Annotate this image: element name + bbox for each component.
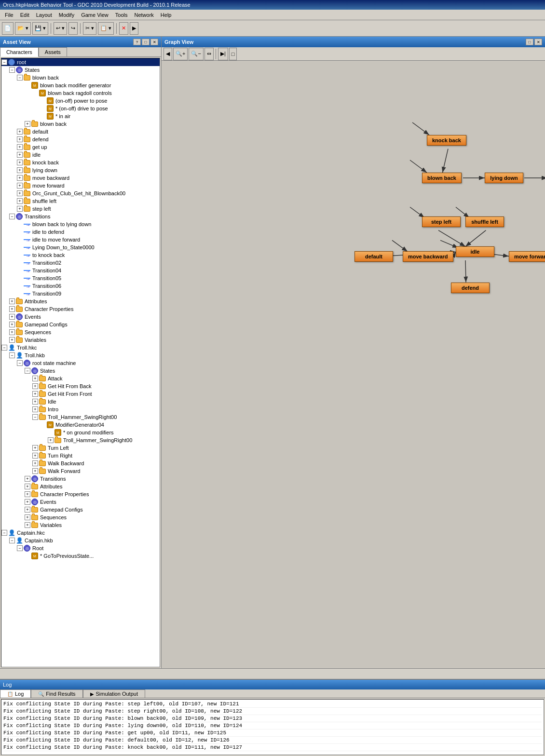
tree-expander-troll-turn-right[interactable]: +	[32, 453, 38, 459]
tree-node-troll-idle[interactable]: +Idle	[1, 398, 160, 405]
menu-file[interactable]: File	[2, 11, 16, 19]
tree-expander-troll-attack[interactable]: +	[32, 376, 38, 381]
tree-expander-troll-hkc[interactable]: −	[1, 345, 7, 351]
tree-node-captain-root[interactable]: −◎Root	[1, 544, 160, 552]
tree-node-blown-back-modifier[interactable]: Mblown back modifier generator	[1, 81, 160, 89]
graph-node-gn-blown-back[interactable]: blown back	[422, 173, 462, 183]
tree-node-transition09[interactable]: →Transition09	[1, 290, 160, 297]
tree-node-transitions-orc[interactable]: −◎Transitions	[1, 213, 160, 220]
tree-node-step-left[interactable]: +step left	[1, 205, 160, 213]
tree-expander-troll-gamepad[interactable]: +	[25, 507, 30, 513]
tree-node-troll-walk-backward[interactable]: +Walk Backward	[1, 459, 160, 467]
tree-node-captain-hkb[interactable]: −👤Captain.hkb	[1, 537, 160, 544]
toolbar-play[interactable]: ▶	[130, 22, 138, 35]
toolbar-new[interactable]: 📄	[2, 22, 14, 35]
tree-node-defend[interactable]: +defend	[1, 135, 160, 143]
tree-node-troll-walk-forward[interactable]: +Walk Forward	[1, 467, 160, 475]
tree-expander-variables-orc[interactable]: +	[9, 337, 15, 343]
tree-node-troll-char-props[interactable]: +Character Properties	[1, 490, 160, 498]
graph-zoom-out-btn[interactable]: 🔍−	[189, 48, 203, 60]
tree-expander-move-forward[interactable]: +	[17, 183, 23, 189]
tab-assets[interactable]: Assets	[39, 47, 67, 56]
tree-node-troll-get-hit-back[interactable]: +Get Hit From Back	[1, 382, 160, 390]
graph-snap-btn[interactable]: □	[229, 48, 237, 60]
tree-expander-troll-get-hit-back[interactable]: +	[32, 383, 38, 389]
log-tab-log[interactable]: 📋Log	[0, 689, 31, 698]
tree-node-default[interactable]: +default	[1, 128, 160, 135]
tree-expander-get-up[interactable]: +	[17, 144, 23, 150]
tree-node-idle-move-forward[interactable]: →idle to move forward	[1, 236, 160, 243]
tree-node-char-props-orc[interactable]: +Character Properties	[1, 305, 160, 313]
tree-expander-knock-back[interactable]: +	[17, 160, 23, 165]
tree-node-move-backward[interactable]: +move backward	[1, 174, 160, 182]
tree-node-captain-goto[interactable]: M* GoToPreviousState...	[1, 552, 160, 560]
tree-node-troll-attributes[interactable]: +Attributes	[1, 483, 160, 490]
tree-node-troll-turn-left[interactable]: +Turn Left	[1, 444, 160, 452]
tree-expander-troll-walk-backward[interactable]: +	[32, 460, 38, 466]
tree-node-variables-orc[interactable]: +Variables	[1, 336, 160, 344]
menu-game view[interactable]: Game View	[78, 11, 111, 19]
log-tab-find-results[interactable]: 🔍Find Results	[31, 689, 82, 698]
menu-help[interactable]: Help	[158, 11, 175, 19]
toolbar-open[interactable]: 📂 ▾	[15, 22, 31, 35]
tree-expander-troll-variables[interactable]: +	[25, 522, 30, 528]
tree-node-blown-back[interactable]: −blown back	[1, 74, 160, 81]
tree-node-shuffle-left[interactable]: +shuffle left	[1, 197, 160, 205]
menu-layout[interactable]: Layout	[33, 11, 55, 19]
toolbar-redo[interactable]: ↪	[68, 22, 78, 35]
tree-expander-troll-intro[interactable]: +	[32, 406, 38, 412]
graph-node-gn-move-backward[interactable]: move backward	[403, 251, 453, 262]
toolbar-copy[interactable]: 📋 ▾	[98, 22, 114, 35]
tree-expander-captain-hkb[interactable]: −	[9, 538, 15, 543]
tree-expander-shuffle-left[interactable]: +	[17, 198, 23, 204]
graph-view-restore[interactable]: □	[526, 39, 533, 45]
menu-network[interactable]: Network	[131, 11, 156, 19]
tree-node-idle-defend[interactable]: →idle to defend	[1, 228, 160, 236]
tree-expander-troll-char-props[interactable]: +	[25, 491, 30, 497]
tree-node-attributes-orc[interactable]: +Attributes	[1, 297, 160, 305]
tree-node-mod-gen04[interactable]: MModifierGenerator04	[1, 421, 160, 429]
menu-modify[interactable]: Modify	[56, 11, 77, 19]
tree-node-orc-grunt[interactable]: +Orc_Grunt_Club_Get_hit_Blownback00	[1, 189, 160, 197]
tree-node-root[interactable]: −root	[1, 58, 160, 66]
tree-node-troll-hkb[interactable]: −👤Troll.hkb	[1, 351, 160, 359]
tree-node-to-knock-back[interactable]: →to knock back	[1, 251, 160, 259]
log-tab-simulation-output[interactable]: ▶Simulation Output	[83, 689, 145, 698]
tree-expander-troll-transitions[interactable]: +	[25, 476, 30, 482]
graph-node-gn-shuffle-left[interactable]: shuffle left	[465, 216, 504, 227]
graph-play-btn[interactable]: ▶|	[218, 48, 228, 60]
tree-expander-troll-turn-left[interactable]: +	[32, 445, 38, 451]
graph-node-gn-step-left[interactable]: step left	[422, 216, 461, 227]
graph-node-gn-default[interactable]: default	[354, 251, 393, 262]
tree-expander-gamepad-orc[interactable]: +	[9, 322, 15, 327]
tree-node-on-ground-mods[interactable]: M* on ground modifiers	[1, 429, 160, 436]
tree-expander-captain-root[interactable]: −	[17, 545, 23, 551]
tree-node-move-forward[interactable]: +move forward	[1, 182, 160, 189]
tree-node-transition02[interactable]: →Transition02	[1, 259, 160, 267]
graph-canvas[interactable]: knock backblown backlying downget upstep…	[162, 61, 545, 668]
tree-expander-move-backward[interactable]: +	[17, 175, 23, 181]
tree-node-on-off-power[interactable]: M(on-off) power to pose	[1, 97, 160, 105]
tree-node-troll-events[interactable]: +◎Events	[1, 498, 160, 506]
tree-node-blown-back-lying[interactable]: →blown back to lying down	[1, 220, 160, 228]
graph-node-gn-lying-down[interactable]: lying down	[485, 173, 523, 183]
tree-expander-sequences-orc[interactable]: +	[9, 329, 15, 335]
tree-node-sequences-orc[interactable]: +Sequences	[1, 328, 160, 336]
toolbar-cut[interactable]: ✂ ▾	[83, 22, 96, 35]
toolbar-undo[interactable]: ↩ ▾	[54, 22, 67, 35]
tree-expander-troll-attributes[interactable]: +	[25, 484, 30, 489]
tree-expander-states-orc[interactable]: −	[9, 67, 15, 73]
tree-expander-troll-states[interactable]: −	[25, 368, 30, 374]
graph-node-gn-knock-back[interactable]: knock back	[427, 135, 466, 146]
tree-expander-troll-root-sm[interactable]: −	[17, 360, 23, 366]
tree-expander-attributes-orc[interactable]: +	[9, 298, 15, 304]
tree-node-transition04[interactable]: →Transition04	[1, 267, 160, 274]
tree-node-blown-back-ragdoll[interactable]: Mblown back ragdoll controls	[1, 89, 160, 97]
tree-node-gamepad-orc[interactable]: +Gamepad Configs	[1, 321, 160, 328]
tree-expander-troll-swing-inner[interactable]: +	[48, 437, 54, 443]
tree-node-troll-gamepad[interactable]: +Gamepad Configs	[1, 506, 160, 513]
tree-expander-step-left[interactable]: +	[17, 206, 23, 212]
tree-node-on-off-drive[interactable]: M* (on-off) drive to pose	[1, 105, 160, 112]
graph-node-gn-defend[interactable]: defend	[451, 283, 490, 293]
tree-node-in-air[interactable]: M* in air	[1, 112, 160, 120]
